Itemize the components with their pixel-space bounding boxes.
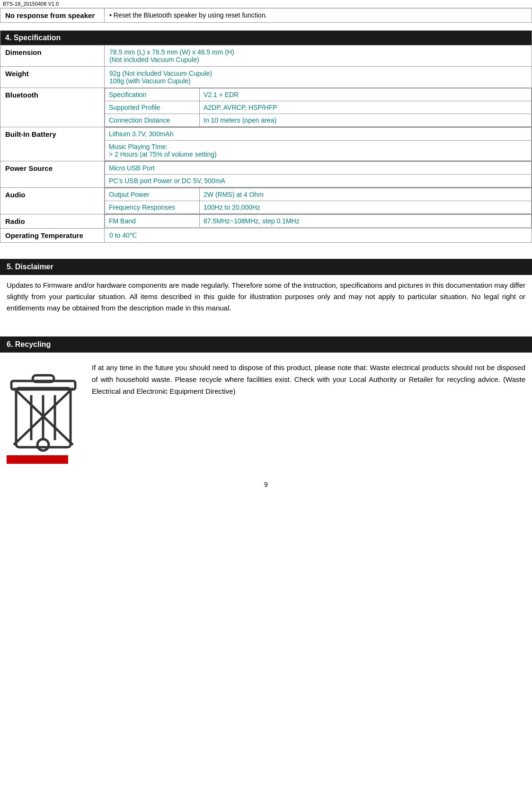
weight-label: Weight — [0, 67, 105, 88]
section4-header-row: 4. Specification — [0, 31, 532, 45]
no-response-value: • Reset the Bluetooth speaker by using r… — [105, 9, 532, 23]
bluetooth-inner-cell: Specification V2.1 + EDR Supported Profi… — [105, 88, 532, 127]
battery-inner-cell: Lithium 3.7V, 300mAh Music Playing Time:… — [105, 127, 532, 161]
power-label: Power Source — [0, 161, 105, 188]
section4-title: 4. Specification — [0, 31, 532, 45]
audio-output-row: Output Power 2W (RMS) at 4 Ohm — [105, 188, 532, 201]
red-bar — [7, 455, 68, 464]
audio-label: Audio — [0, 188, 105, 214]
audio-row: Audio Output Power 2W (RMS) at 4 Ohm Fre… — [0, 188, 532, 214]
radio-col2: 87.5MHz~108MHz, step 0.1MHz — [200, 215, 532, 228]
radio-label: Radio — [0, 214, 105, 229]
radio-inner-row: FM Band 87.5MHz~108MHz, step 0.1MHz — [105, 215, 532, 228]
dimension-value: 78.5 mm (L) x 78.5 mm (W) x 46.5 mm (H)(… — [105, 45, 532, 67]
radio-col1: FM Band — [105, 215, 200, 228]
no-response-label: No response from speaker — [0, 9, 105, 23]
battery-lithium-row: Lithium 3.7V, 300mAh — [105, 128, 532, 141]
disclaimer-text: Updates to Firmware and/or hardware comp… — [0, 280, 532, 320]
radio-inner-cell: FM Band 87.5MHz~108MHz, step 0.1MHz — [105, 214, 532, 229]
bt-spec-row: Specification V2.1 + EDR — [105, 88, 532, 101]
power-inner-table: Micro USB Port PC’s USB port Power or DC… — [105, 161, 532, 187]
bt-profile-row: Supported Profile A2DP, AVRCP, HSP/HFP — [105, 101, 532, 114]
intro-table: No response from speaker • Reset the Blu… — [0, 8, 532, 23]
dimension-label: Dimension — [0, 45, 105, 67]
bluetooth-label: Bluetooth — [0, 88, 105, 127]
doc-version: BTS-18_20150408 V1.0 — [0, 0, 532, 8]
audio-freq-col2: 100Hz to 20,000Hz — [200, 201, 532, 214]
section6-title: 6. Recycling — [0, 336, 532, 353]
battery-music-val: Music Playing Time:> 2 Hours (at 75% of … — [105, 141, 532, 161]
bt-spec-col2: V2.1 + EDR — [200, 88, 532, 101]
no-response-row: No response from speaker • Reset the Blu… — [0, 9, 532, 23]
svg-point-8 — [37, 439, 49, 451]
weee-icon — [7, 362, 80, 452]
battery-label: Built-In Battery — [0, 127, 105, 161]
power-usb-val: Micro USB Port — [105, 162, 532, 175]
radio-row: Radio FM Band 87.5MHz~108MHz, step 0.1MH… — [0, 214, 532, 229]
battery-music-row: Music Playing Time:> 2 Hours (at 75% of … — [105, 141, 532, 161]
audio-freq-row: Frequency Responses 100Hz to 20,000Hz — [105, 201, 532, 214]
operating-value: 0 to 40℃ — [105, 229, 532, 243]
bt-spec-col1: Specification — [105, 88, 200, 101]
operating-row: Operating Temperature 0 to 40℃ — [0, 229, 532, 243]
bt-profile-col2: A2DP, AVRCP, HSP/HFP — [200, 101, 532, 114]
bt-conn-col1: Connection Distance — [105, 114, 200, 127]
audio-output-col1: Output Power — [105, 188, 200, 201]
recycling-section: If at any time in the future you should … — [0, 357, 532, 473]
bluetooth-inner-table: Specification V2.1 + EDR Supported Profi… — [105, 88, 532, 127]
battery-row: Built-In Battery Lithium 3.7V, 300mAh Mu… — [0, 127, 532, 161]
no-response-text: Reset the Bluetooth speaker by using res… — [114, 11, 267, 19]
audio-inner-cell: Output Power 2W (RMS) at 4 Ohm Frequency… — [105, 188, 532, 214]
page-number: 9 — [0, 473, 532, 496]
weight-value: 92g (Not included Vacuum Cupule)108g (wi… — [105, 67, 532, 88]
battery-inner-table: Lithium 3.7V, 300mAh Music Playing Time:… — [105, 127, 532, 161]
svg-rect-2 — [33, 375, 54, 382]
section5-title: 5. Disclaimer — [0, 259, 532, 275]
radio-inner-table: FM Band 87.5MHz~108MHz, step 0.1MHz — [105, 214, 532, 228]
audio-freq-col1: Frequency Responses — [105, 201, 200, 214]
bt-conn-row: Connection Distance In 10 meters (open a… — [105, 114, 532, 127]
weight-row: Weight 92g (Not included Vacuum Cupule)1… — [0, 67, 532, 88]
dimension-row: Dimension 78.5 mm (L) x 78.5 mm (W) x 46… — [0, 45, 532, 67]
power-row: Power Source Micro USB Port PC’s USB por… — [0, 161, 532, 188]
audio-output-col2: 2W (RMS) at 4 Ohm — [200, 188, 532, 201]
power-inner-cell: Micro USB Port PC’s USB port Power or DC… — [105, 161, 532, 188]
recycling-text: If at any time in the future you should … — [92, 362, 525, 397]
recycling-icon-container — [7, 362, 82, 464]
power-dc-row: PC’s USB port Power or DC 5V, 500mA — [105, 175, 532, 187]
bullet-symbol: • — [109, 11, 114, 19]
battery-lithium-val: Lithium 3.7V, 300mAh — [105, 128, 532, 141]
spec-table: 4. Specification Dimension 78.5 mm (L) x… — [0, 30, 532, 243]
operating-label: Operating Temperature — [0, 229, 105, 243]
bt-profile-col1: Supported Profile — [105, 101, 200, 114]
audio-inner-table: Output Power 2W (RMS) at 4 Ohm Frequency… — [105, 188, 532, 214]
power-dc-val: PC’s USB port Power or DC 5V, 500mA — [105, 175, 532, 187]
bluetooth-row: Bluetooth Specification V2.1 + EDR Suppo… — [0, 88, 532, 127]
power-usb-row: Micro USB Port — [105, 162, 532, 175]
bt-conn-col2: In 10 meters (open area) — [200, 114, 532, 127]
